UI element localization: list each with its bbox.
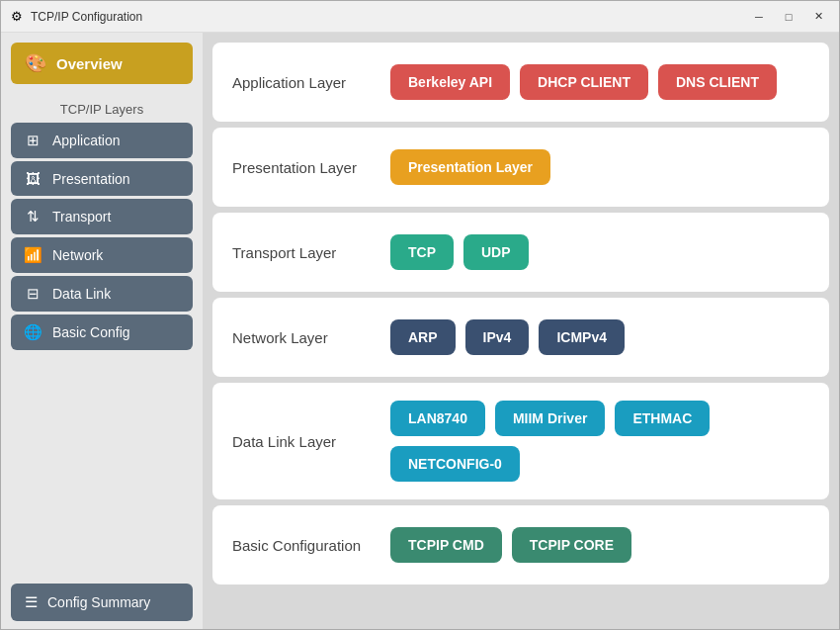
sidebar-item-transport[interactable]: ⇅ Transport bbox=[11, 199, 193, 234]
transport-nav-label: Transport bbox=[52, 209, 111, 225]
network-layer-chip-icmpv4[interactable]: ICMPv4 bbox=[539, 319, 625, 355]
config-summary-label: Config Summary bbox=[47, 594, 150, 610]
network-layer-chips: ARPIPv4ICMPv4 bbox=[390, 319, 809, 355]
sidebar-item-application[interactable]: ⊞ Application bbox=[11, 123, 193, 158]
presentation-nav-label: Presentation bbox=[52, 171, 130, 187]
basicconfig-nav-label: Basic Config bbox=[52, 324, 130, 340]
overview-label: Overview bbox=[56, 55, 123, 72]
sidebar-item-datalink[interactable]: ⊟ Data Link bbox=[11, 276, 193, 312]
basicconfig-nav-icon: 🌐 bbox=[23, 323, 42, 341]
application-layer-chip-dns-client[interactable]: DNS CLIENT bbox=[658, 64, 777, 100]
content-area: Application LayerBerkeley APIDHCP CLIENT… bbox=[203, 33, 839, 630]
sidebar-item-network[interactable]: 📶 Network bbox=[11, 237, 193, 273]
network-nav-icon: 📶 bbox=[23, 246, 42, 264]
sidebar-nav: ⊞ Application 🖼 Presentation ⇅ Transport… bbox=[1, 123, 203, 350]
network-nav-label: Network bbox=[52, 247, 103, 263]
application-layer-chip-berkeley-api[interactable]: Berkeley API bbox=[390, 64, 510, 100]
sidebar-item-basicconfig[interactable]: 🌐 Basic Config bbox=[11, 315, 193, 350]
transport-layer-row: Transport LayerTCPUDP bbox=[212, 213, 829, 292]
data-link-layer-chip-lan8740[interactable]: LAN8740 bbox=[390, 401, 485, 436]
data-link-layer-chip-netconfig-0[interactable]: NETCONFIG-0 bbox=[390, 446, 520, 482]
maximize-button[interactable]: □ bbox=[776, 7, 801, 27]
transport-layer-chips: TCPUDP bbox=[390, 234, 809, 270]
basic-configuration-chips: TCPIP CMDTCPIP CORE bbox=[390, 527, 809, 563]
network-layer-label: Network Layer bbox=[232, 329, 390, 346]
datalink-nav-label: Data Link bbox=[52, 286, 111, 302]
config-summary-button[interactable]: ☰ Config Summary bbox=[11, 584, 193, 621]
app-icon: ⚙ bbox=[9, 9, 25, 25]
data-link-layer-row: Data Link LayerLAN8740MIIM DriverETHMACN… bbox=[212, 383, 829, 499]
application-layer-label: Application Layer bbox=[232, 74, 390, 91]
network-layer-row: Network LayerARPIPv4ICMPv4 bbox=[212, 298, 829, 377]
data-link-layer-chip-miim-driver[interactable]: MIIM Driver bbox=[495, 401, 605, 436]
config-summary-icon: ☰ bbox=[25, 593, 38, 611]
basic-configuration-label: Basic Configuration bbox=[232, 537, 390, 554]
presentation-layer-chips: Presentation Layer bbox=[390, 149, 809, 185]
basic-configuration-chip-tcpip-cmd[interactable]: TCPIP CMD bbox=[390, 527, 502, 563]
window-title: TCP/IP Configuration bbox=[31, 10, 746, 24]
sidebar: 🎨 Overview TCP/IP Layers ⊞ Application 🖼… bbox=[1, 33, 203, 630]
presentation-layer-row: Presentation LayerPresentation Layer bbox=[212, 128, 829, 207]
transport-layer-chip-udp[interactable]: UDP bbox=[463, 234, 529, 270]
overview-button[interactable]: 🎨 Overview bbox=[11, 43, 193, 84]
minimize-button[interactable]: ─ bbox=[746, 7, 772, 27]
data-link-layer-chip-ethmac[interactable]: ETHMAC bbox=[615, 401, 710, 436]
application-layer-chip-dhcp-client[interactable]: DHCP CLIENT bbox=[520, 64, 648, 100]
overview-icon: 🎨 bbox=[25, 52, 46, 74]
transport-layer-chip-tcp[interactable]: TCP bbox=[390, 234, 454, 270]
sidebar-item-presentation[interactable]: 🖼 Presentation bbox=[11, 161, 193, 196]
transport-nav-icon: ⇅ bbox=[23, 208, 42, 225]
main-container: 🎨 Overview TCP/IP Layers ⊞ Application 🖼… bbox=[1, 33, 839, 630]
basic-configuration-chip-tcpip-core[interactable]: TCPIP CORE bbox=[512, 527, 631, 563]
data-link-layer-chips: LAN8740MIIM DriverETHMACNETCONFIG-0 bbox=[390, 401, 809, 482]
presentation-layer-label: Presentation Layer bbox=[232, 159, 390, 176]
application-nav-label: Application bbox=[52, 133, 121, 148]
data-link-layer-label: Data Link Layer bbox=[232, 433, 390, 450]
transport-layer-label: Transport Layer bbox=[232, 244, 390, 261]
network-layer-chip-ipv4[interactable]: IPv4 bbox=[465, 319, 530, 355]
network-layer-chip-arp[interactable]: ARP bbox=[390, 319, 456, 355]
application-layer-chips: Berkeley APIDHCP CLIENTDNS CLIENT bbox=[390, 64, 809, 100]
presentation-layer-chip-presentation-layer[interactable]: Presentation Layer bbox=[390, 149, 550, 185]
title-bar: ⚙ TCP/IP Configuration ─ □ ✕ bbox=[1, 1, 839, 33]
window-controls: ─ □ ✕ bbox=[746, 7, 831, 27]
sidebar-section-title: TCP/IP Layers bbox=[1, 102, 203, 117]
basic-configuration-row: Basic ConfigurationTCPIP CMDTCPIP CORE bbox=[212, 505, 829, 585]
datalink-nav-icon: ⊟ bbox=[23, 285, 42, 303]
application-layer-row: Application LayerBerkeley APIDHCP CLIENT… bbox=[212, 43, 829, 122]
application-nav-icon: ⊞ bbox=[23, 132, 42, 149]
close-button[interactable]: ✕ bbox=[805, 7, 831, 27]
presentation-nav-icon: 🖼 bbox=[23, 170, 42, 187]
